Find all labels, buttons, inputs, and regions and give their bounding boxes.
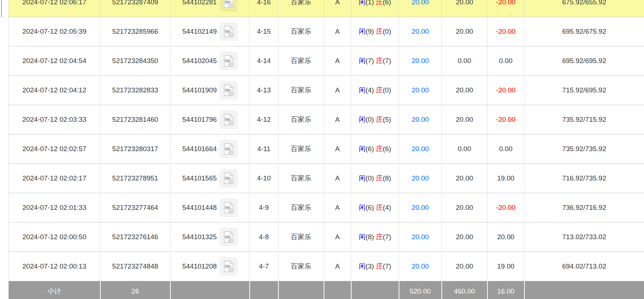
cell-game-id: 544101664 bbox=[170, 134, 250, 164]
game-id-text: 544102149 bbox=[182, 28, 217, 36]
cell-balance: 713.02/733.02 bbox=[524, 223, 644, 252]
cell-win-loss: 0.00 bbox=[487, 134, 524, 164]
cell-balance: 735.92/735.92 bbox=[524, 134, 644, 164]
cell-valid-bet: 0.00 bbox=[442, 134, 487, 164]
video-playback-button[interactable] bbox=[220, 140, 237, 158]
cell-round: 4-16 bbox=[250, 0, 278, 17]
video-playback-button[interactable] bbox=[220, 169, 237, 187]
cell-result: 闲(8) 庄(7) bbox=[351, 223, 399, 252]
video-record-document-icon bbox=[223, 84, 234, 96]
cell-bet-amount: 20.00 bbox=[399, 193, 442, 223]
cell-order-id: 521723285966 bbox=[100, 17, 170, 46]
cell-game-id: 544102281 bbox=[170, 0, 250, 17]
video-playback-button[interactable] bbox=[220, 111, 237, 129]
cell-balance: 735.92/715.92 bbox=[524, 105, 644, 134]
game-id-text: 544101565 bbox=[182, 174, 217, 182]
cell-win-loss: 19.00 bbox=[487, 164, 524, 193]
cell-balance: 694.02/713.02 bbox=[524, 252, 644, 281]
cell-bet-amount: 20.00 bbox=[399, 0, 442, 17]
table-row[interactable]: 2024-07-12 02:02:17521723278951544101565… bbox=[9, 164, 644, 193]
bet-amount-link[interactable]: 20.00 bbox=[412, 57, 429, 65]
cell-win-loss: -20.00 bbox=[487, 105, 524, 134]
cell-table-code: A bbox=[324, 193, 351, 223]
cell-round: 4-12 bbox=[250, 105, 278, 134]
cell-table-code: A bbox=[324, 164, 351, 193]
video-record-document-icon bbox=[223, 114, 234, 125]
cell-round: 4-10 bbox=[250, 164, 278, 193]
cell-bet-amount: 20.00 bbox=[399, 252, 442, 281]
subtotal-empty-result bbox=[351, 281, 399, 299]
cell-bet-time: 2024-07-12 02:03:33 bbox=[9, 105, 100, 134]
subtotal-empty-game bbox=[278, 281, 324, 299]
cell-result: 闲(1) 庄(6) bbox=[351, 0, 399, 17]
cell-win-loss: -20.00 bbox=[487, 76, 524, 105]
table-row[interactable]: 2024-07-12 02:05:39521723285966544102149… bbox=[9, 17, 644, 46]
video-record-document-icon bbox=[223, 55, 234, 67]
cell-bet-time: 2024-07-12 02:00:50 bbox=[9, 223, 100, 252]
cell-order-id: 521723280317 bbox=[100, 134, 170, 164]
result-banker-label: 庄 bbox=[376, 262, 383, 270]
cell-result: 闲(9) 庄(0) bbox=[351, 17, 399, 46]
result-banker-label: 庄 bbox=[376, 145, 383, 153]
bet-amount-link[interactable]: 20.00 bbox=[412, 116, 429, 123]
table-row[interactable]: 2024-07-12 02:01:33521723277464544101448… bbox=[9, 193, 644, 223]
result-player-label: 闲 bbox=[359, 174, 366, 182]
bet-amount-link[interactable]: 20.00 bbox=[412, 28, 429, 35]
cell-table-code: A bbox=[324, 17, 351, 46]
cell-balance: 695.92/675.92 bbox=[524, 17, 644, 46]
cell-valid-bet: 0.00 bbox=[442, 46, 487, 76]
cell-game-id: 544101448 bbox=[170, 193, 250, 223]
cell-round: 4-7 bbox=[250, 252, 278, 281]
game-id-inner: 544102045 bbox=[171, 52, 249, 70]
cell-game-name: 百家乐 bbox=[278, 164, 324, 193]
video-playback-button[interactable] bbox=[220, 199, 237, 217]
result-player-label: 闲 bbox=[359, 0, 366, 6]
cell-game-name: 百家乐 bbox=[278, 105, 324, 134]
table-row[interactable]: 2024-07-12 02:03:33521723281460544101796… bbox=[9, 105, 644, 134]
cell-game-name: 百家乐 bbox=[278, 0, 324, 17]
table-row[interactable]: 2024-07-12 02:00:50521723276146544101325… bbox=[9, 223, 644, 252]
game-id-inner: 544102149 bbox=[171, 22, 249, 41]
video-playback-button[interactable] bbox=[220, 22, 237, 41]
bet-amount-link[interactable]: 20.00 bbox=[412, 145, 429, 153]
bet-amount-link[interactable]: 20.00 bbox=[412, 174, 429, 182]
game-id-text: 544102045 bbox=[182, 57, 217, 65]
video-playback-button[interactable] bbox=[220, 0, 237, 11]
cell-game-name: 百家乐 bbox=[278, 252, 324, 281]
game-id-inner: 544101664 bbox=[171, 140, 249, 158]
bet-amount-link[interactable]: 20.00 bbox=[412, 0, 429, 6]
video-playback-button[interactable] bbox=[220, 81, 237, 99]
bet-amount-link[interactable]: 20.00 bbox=[412, 86, 429, 94]
bet-amount-link[interactable]: 20.00 bbox=[412, 204, 429, 211]
bet-history-viewport[interactable]: 2024-07-12 02:06:17521723287409544102281… bbox=[8, 0, 644, 299]
game-id-text: 544101448 bbox=[182, 204, 217, 212]
subtotal-empty-balance bbox=[524, 281, 644, 299]
cell-game-id: 544102149 bbox=[170, 17, 250, 46]
table-row[interactable]: 2024-07-12 02:06:17521723287409544102281… bbox=[9, 0, 644, 17]
cell-bet-time: 2024-07-12 02:04:12 bbox=[9, 76, 100, 105]
cell-bet-time: 2024-07-12 02:05:39 bbox=[9, 17, 100, 46]
video-playback-button[interactable] bbox=[220, 257, 237, 275]
table-row[interactable]: 2024-07-12 02:04:54521723284350544102045… bbox=[9, 46, 644, 76]
bet-amount-link[interactable]: 20.00 bbox=[412, 233, 429, 241]
video-playback-button[interactable] bbox=[220, 228, 237, 246]
table-body: 2024-07-12 02:06:17521723287409544102281… bbox=[9, 0, 644, 281]
game-id-text: 544101664 bbox=[182, 145, 217, 153]
cell-order-id: 521723282833 bbox=[100, 76, 170, 105]
table-row[interactable]: 2024-07-12 02:02:57521723280317544101664… bbox=[9, 134, 644, 164]
table-row[interactable]: 2024-07-12 02:04:12521723282833544101909… bbox=[9, 76, 644, 105]
result-banker-label: 庄 bbox=[376, 116, 383, 123]
result-player-label: 闲 bbox=[359, 204, 366, 211]
cell-win-loss: -20.00 bbox=[487, 193, 524, 223]
game-id-text: 544101208 bbox=[182, 262, 217, 270]
game-id-inner: 544101909 bbox=[171, 81, 249, 99]
bet-history-table: 2024-07-12 02:06:17521723287409544102281… bbox=[8, 0, 644, 299]
video-playback-button[interactable] bbox=[220, 52, 237, 70]
cell-bet-time: 2024-07-12 02:00:13 bbox=[9, 252, 100, 281]
cell-game-name: 百家乐 bbox=[278, 223, 324, 252]
cell-round: 4-9 bbox=[250, 193, 278, 223]
cell-table-code: A bbox=[324, 76, 351, 105]
bet-amount-link[interactable]: 20.00 bbox=[412, 262, 429, 270]
cell-bet-amount: 20.00 bbox=[399, 223, 442, 252]
table-row[interactable]: 2024-07-12 02:00:13521723274848544101208… bbox=[9, 252, 644, 281]
